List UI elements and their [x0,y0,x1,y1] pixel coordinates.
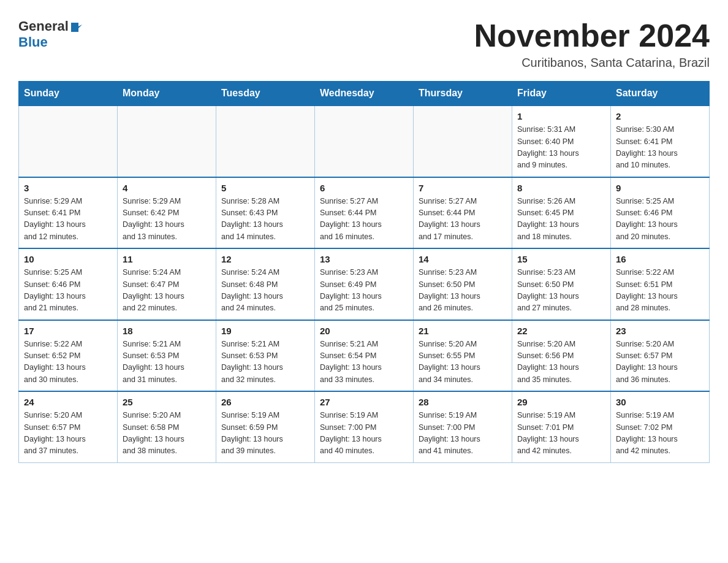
day-number: 16 [616,254,704,264]
day-info: Sunrise: 5:24 AMSunset: 6:48 PMDaylight:… [221,267,309,315]
day-number: 22 [517,326,605,336]
day-info: Sunrise: 5:29 AMSunset: 6:41 PMDaylight:… [24,196,112,243]
logo-general: General [18,18,69,34]
day-info: Sunrise: 5:27 AMSunset: 6:44 PMDaylight:… [419,196,507,243]
day-info: Sunrise: 5:19 AMSunset: 7:02 PMDaylight:… [616,410,704,458]
day-number: 1 [517,111,605,121]
calendar-week-row-1: 1Sunrise: 5:31 AMSunset: 6:40 PMDaylight… [19,105,710,177]
calendar-cell: 24Sunrise: 5:20 AMSunset: 6:57 PMDayligh… [19,391,118,462]
calendar-cell: 27Sunrise: 5:19 AMSunset: 7:00 PMDayligh… [315,391,414,462]
day-number: 11 [123,254,211,264]
calendar-title: November 2024 [474,18,710,53]
calendar-cell [315,105,414,177]
calendar-cell: 1Sunrise: 5:31 AMSunset: 6:40 PMDaylight… [512,105,611,177]
day-number: 24 [24,397,112,407]
day-info: Sunrise: 5:20 AMSunset: 6:58 PMDaylight:… [123,410,211,458]
calendar-cell [118,105,216,177]
col-header-sunday: Sunday [19,82,118,106]
day-info: Sunrise: 5:24 AMSunset: 6:47 PMDaylight:… [123,267,211,315]
title-block: November 2024 Curitibanos, Santa Catarin… [474,18,710,70]
day-info: Sunrise: 5:23 AMSunset: 6:49 PMDaylight:… [320,267,408,315]
calendar-cell: 30Sunrise: 5:19 AMSunset: 7:02 PMDayligh… [611,391,710,462]
calendar-week-row-5: 24Sunrise: 5:20 AMSunset: 6:57 PMDayligh… [19,391,710,462]
day-number: 27 [320,397,408,407]
day-info: Sunrise: 5:30 AMSunset: 6:41 PMDaylight:… [616,124,704,172]
col-header-tuesday: Tuesday [216,82,315,106]
calendar-cell: 6Sunrise: 5:27 AMSunset: 6:44 PMDaylight… [315,177,414,249]
calendar-cell [216,105,315,177]
day-number: 28 [419,397,507,407]
day-number: 2 [616,111,704,121]
day-number: 12 [221,254,309,264]
calendar-cell: 21Sunrise: 5:20 AMSunset: 6:55 PMDayligh… [414,320,512,392]
calendar-subtitle: Curitibanos, Santa Catarina, Brazil [474,56,710,70]
col-header-friday: Friday [512,82,611,106]
day-info: Sunrise: 5:28 AMSunset: 6:43 PMDaylight:… [221,196,309,243]
day-number: 21 [419,326,507,336]
day-info: Sunrise: 5:22 AMSunset: 6:51 PMDaylight:… [616,267,704,315]
day-number: 3 [24,183,112,193]
col-header-wednesday: Wednesday [315,82,414,106]
day-number: 29 [517,397,605,407]
day-number: 18 [123,326,211,336]
day-info: Sunrise: 5:23 AMSunset: 6:50 PMDaylight:… [419,267,507,315]
day-info: Sunrise: 5:31 AMSunset: 6:40 PMDaylight:… [517,124,605,172]
day-number: 26 [221,397,309,407]
calendar-table: Sunday Monday Tuesday Wednesday Thursday… [18,81,710,463]
day-info: Sunrise: 5:20 AMSunset: 6:57 PMDaylight:… [24,410,112,458]
calendar-cell: 19Sunrise: 5:21 AMSunset: 6:53 PMDayligh… [216,320,315,392]
calendar-cell: 10Sunrise: 5:25 AMSunset: 6:46 PMDayligh… [19,248,118,320]
calendar-cell: 12Sunrise: 5:24 AMSunset: 6:48 PMDayligh… [216,248,315,320]
calendar-cell: 4Sunrise: 5:29 AMSunset: 6:42 PMDaylight… [118,177,216,249]
day-info: Sunrise: 5:19 AMSunset: 7:00 PMDaylight:… [320,410,408,458]
calendar-cell: 16Sunrise: 5:22 AMSunset: 6:51 PMDayligh… [611,248,710,320]
calendar-cell: 7Sunrise: 5:27 AMSunset: 6:44 PMDaylight… [414,177,512,249]
calendar-cell: 11Sunrise: 5:24 AMSunset: 6:47 PMDayligh… [118,248,216,320]
calendar-cell: 8Sunrise: 5:26 AMSunset: 6:45 PMDaylight… [512,177,611,249]
calendar-cell: 28Sunrise: 5:19 AMSunset: 7:00 PMDayligh… [414,391,512,462]
day-info: Sunrise: 5:27 AMSunset: 6:44 PMDaylight:… [320,196,408,243]
day-info: Sunrise: 5:26 AMSunset: 6:45 PMDaylight:… [517,196,605,243]
logo-icon [70,20,83,34]
day-info: Sunrise: 5:21 AMSunset: 6:53 PMDaylight:… [123,339,211,386]
day-number: 17 [24,326,112,336]
day-number: 4 [123,183,211,193]
day-info: Sunrise: 5:29 AMSunset: 6:42 PMDaylight:… [123,196,211,243]
day-number: 6 [320,183,408,193]
calendar-cell: 9Sunrise: 5:25 AMSunset: 6:46 PMDaylight… [611,177,710,249]
logo: General Blue [18,18,83,50]
calendar-cell [414,105,512,177]
calendar-cell: 26Sunrise: 5:19 AMSunset: 6:59 PMDayligh… [216,391,315,462]
day-number: 7 [419,183,507,193]
page-header: General Blue November 2024 Curitibanos, … [18,18,710,70]
col-header-thursday: Thursday [414,82,512,106]
day-info: Sunrise: 5:20 AMSunset: 6:55 PMDaylight:… [419,339,507,386]
day-number: 19 [221,326,309,336]
day-number: 23 [616,326,704,336]
day-number: 30 [616,397,704,407]
calendar-cell: 29Sunrise: 5:19 AMSunset: 7:01 PMDayligh… [512,391,611,462]
day-info: Sunrise: 5:19 AMSunset: 7:01 PMDaylight:… [517,410,605,458]
day-number: 10 [24,254,112,264]
day-info: Sunrise: 5:20 AMSunset: 6:56 PMDaylight:… [517,339,605,386]
day-info: Sunrise: 5:25 AMSunset: 6:46 PMDaylight:… [616,196,704,243]
day-info: Sunrise: 5:23 AMSunset: 6:50 PMDaylight:… [517,267,605,315]
calendar-cell: 15Sunrise: 5:23 AMSunset: 6:50 PMDayligh… [512,248,611,320]
calendar-week-row-2: 3Sunrise: 5:29 AMSunset: 6:41 PMDaylight… [19,177,710,249]
day-number: 8 [517,183,605,193]
calendar-cell: 18Sunrise: 5:21 AMSunset: 6:53 PMDayligh… [118,320,216,392]
day-number: 14 [419,254,507,264]
day-info: Sunrise: 5:21 AMSunset: 6:53 PMDaylight:… [221,339,309,386]
col-header-saturday: Saturday [611,82,710,106]
calendar-cell: 5Sunrise: 5:28 AMSunset: 6:43 PMDaylight… [216,177,315,249]
col-header-monday: Monday [118,82,216,106]
day-number: 9 [616,183,704,193]
calendar-week-row-4: 17Sunrise: 5:22 AMSunset: 6:52 PMDayligh… [19,320,710,392]
calendar-header-row: Sunday Monday Tuesday Wednesday Thursday… [19,82,710,106]
day-info: Sunrise: 5:25 AMSunset: 6:46 PMDaylight:… [24,267,112,315]
calendar-cell: 3Sunrise: 5:29 AMSunset: 6:41 PMDaylight… [19,177,118,249]
calendar-cell: 2Sunrise: 5:30 AMSunset: 6:41 PMDaylight… [611,105,710,177]
svg-marker-0 [71,23,82,32]
calendar-week-row-3: 10Sunrise: 5:25 AMSunset: 6:46 PMDayligh… [19,248,710,320]
day-info: Sunrise: 5:19 AMSunset: 6:59 PMDaylight:… [221,410,309,458]
